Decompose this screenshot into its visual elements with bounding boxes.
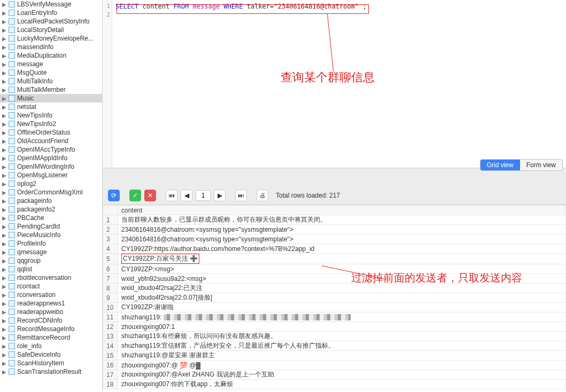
print-button[interactable]: 🖨 xyxy=(257,190,268,201)
sidebar-item-openmsglistener[interactable]: ▶OpenMsgListener xyxy=(0,171,102,179)
sidebar-item-loanentryinfo[interactable]: ▶LoanEntryInfo xyxy=(0,9,102,17)
content-cell[interactable]: zhouxingxing007:你的下载app，太麻烦 xyxy=(118,380,566,389)
content-cell[interactable]: zhouxingxing007:1 xyxy=(118,322,566,332)
row-number-cell: 18 xyxy=(103,380,118,389)
table-row[interactable]: 223406164816@chatroom:<sysmsg type="sysm… xyxy=(103,225,566,234)
chevron-right-icon: ▶ xyxy=(2,121,7,127)
last-page-button[interactable]: ⏭ xyxy=(235,190,247,201)
sidebar-item-multitalkinfo[interactable]: ▶MultiTalkInfo xyxy=(0,77,102,85)
table-row[interactable]: 4CY1992ZP:https://author.baidu.com/home?… xyxy=(103,244,566,254)
sidebar-item-oplog2[interactable]: ▶oplog2 xyxy=(0,179,102,188)
sidebar-item-oldaccountfriend[interactable]: ▶OldAccountFriend xyxy=(0,137,102,145)
next-page-button[interactable]: ▶ xyxy=(214,190,226,201)
content-cell[interactable]: shuzhang119:宜信财富，产品绝对安全，只是最近推广每个人有推广指标。 xyxy=(118,341,566,351)
content-cell[interactable]: 当前群聊人数较多，已显示群成员昵称，你可在聊天信息页中将其关闭。 xyxy=(118,215,566,225)
sidebar-item-packageinfo[interactable]: ▶packageinfo xyxy=(0,197,102,205)
content-cell[interactable]: CY1992ZP:谢谢啦 xyxy=(118,303,566,312)
sidebar-item-remittancerecord[interactable]: ▶RemittanceRecord xyxy=(0,333,102,342)
table-row[interactable]: 9wxid_xbudo4f2rsaj22:0.07[捂脸] xyxy=(103,293,566,303)
sidebar-item-massendinfo[interactable]: ▶massendinfo xyxy=(0,43,102,51)
sidebar-item-newtipsinfo2[interactable]: ▶NewTipsInfo2 xyxy=(0,120,102,128)
sidebar-item-rconversation[interactable]: ▶rconversation xyxy=(0,291,102,299)
first-page-button[interactable]: ⏮ xyxy=(166,190,177,201)
cancel-button[interactable]: ✕ xyxy=(144,190,156,201)
table-row[interactable]: 18zhouxingxing007:你的下载app，太麻烦 xyxy=(103,380,566,389)
table-row[interactable]: 14shuzhang119:宜信财富，产品绝对安全，只是最近推广每个人有推广指标… xyxy=(103,341,566,351)
table-row[interactable]: 1当前群聊人数较多，已显示群成员昵称，你可在聊天信息页中将其关闭。 xyxy=(103,215,566,225)
sidebar-item-piecemusicinfo[interactable]: ▶PieceMusicInfo xyxy=(0,231,102,239)
sidebar-item-scantranslationresult[interactable]: ▶ScanTranslationResult xyxy=(0,367,102,376)
sidebar-item-readerappnews1[interactable]: ▶readerappnews1 xyxy=(0,299,102,308)
sidebar-item-netstat[interactable]: ▶netstat xyxy=(0,103,102,111)
content-cell[interactable]: zhouxingxing007:@Axel ZHANG 我说的是上一个互助 xyxy=(118,370,566,380)
content-cell[interactable]: zhouxingxing007:@ 💯 @▓ xyxy=(118,360,566,370)
column-header-content[interactable]: content xyxy=(118,206,566,215)
chevron-right-icon: ▶ xyxy=(2,215,7,221)
sidebar-item-lbsverifymessage[interactable]: ▶LBSVerifyMessage xyxy=(0,0,102,9)
content-cell[interactable]: CY1992ZP:https://author.baidu.com/home?c… xyxy=(118,244,566,254)
tab-grid-view[interactable]: Grid view xyxy=(480,160,520,170)
sidebar-item-safedeviceinfo[interactable]: ▶SafeDeviceInfo xyxy=(0,350,102,359)
table-row[interactable]: 13shuzhang119:有些麻烦，所以问问有没有朋友感兴趣。 xyxy=(103,332,566,341)
page-number-input[interactable] xyxy=(196,190,211,201)
content-cell[interactable]: CY1992ZP:百家号关注 ➕ xyxy=(118,254,566,264)
table-row[interactable]: 323406164816@chatroom:<sysmsg type="sysm… xyxy=(103,234,566,244)
table-row[interactable]: 16zhouxingxing007:@ 💯 @▓ xyxy=(103,360,566,370)
chevron-right-icon: ▶ xyxy=(2,326,7,332)
sidebar-item-rcontact[interactable]: ▶rcontact xyxy=(0,282,102,291)
sidebar-item-profileinfo[interactable]: ▶ProfileInfo xyxy=(0,239,102,248)
sidebar-item-luckymoneyenvelopere...[interactable]: ▶LuckyMoneyEnvelopeRe... xyxy=(0,34,102,43)
sidebar-item-openimwordinginfo[interactable]: ▶OpenIMWordingInfo xyxy=(0,162,102,171)
sidebar-item-message[interactable]: ▶message xyxy=(0,60,102,68)
sidebar-item-role_info[interactable]: ▶role_info xyxy=(0,342,102,350)
main-area: 12 SELECT content FROM message WHERE tal… xyxy=(103,0,566,392)
table-row[interactable]: 17zhouxingxing007:@Axel ZHANG 我说的是上一个互助 xyxy=(103,370,566,380)
sql-token: SELECT xyxy=(115,3,138,10)
content-cell[interactable]: shuzhang119:@星安果 谢谢群主 xyxy=(118,351,566,360)
sidebar-item-qmessage[interactable]: ▶qmessage xyxy=(0,248,102,256)
table-row[interactable]: 11shuzhang119: xyxy=(103,312,566,322)
content-cell[interactable]: 23406164816@chatroom:<sysmsg type="sysms… xyxy=(118,234,566,244)
sidebar-item-openimappidinfo[interactable]: ▶OpenIMAppIdInfo xyxy=(0,154,102,162)
sidebar-item-packageinfo2[interactable]: ▶packageinfo2 xyxy=(0,205,102,214)
table-row[interactable]: 15shuzhang119:@星安果 谢谢群主 xyxy=(103,351,566,360)
sidebar-item-recordmessageinfo[interactable]: ▶RecordMessageInfo xyxy=(0,325,102,333)
sidebar-item-pendingcardid[interactable]: ▶PendingCardId xyxy=(0,222,102,231)
sidebar-item-rbottleconversation[interactable]: ▶rbottleconversation xyxy=(0,273,102,282)
sidebar-item-localredpacketstoryinfo[interactable]: ▶LocalRedPacketStoryInfo xyxy=(0,17,102,26)
prev-page-button[interactable]: ◀ xyxy=(181,190,192,201)
content-cell[interactable]: shuzhang119:有些麻烦，所以问问有没有朋友感兴趣。 xyxy=(118,332,566,341)
sidebar-item-ordercommonmsgxml[interactable]: ▶OrderCommonMsgXml xyxy=(0,188,102,197)
sidebar-item-qqlist[interactable]: ▶qqlist xyxy=(0,265,102,273)
sidebar-item-qqgroup[interactable]: ▶qqgroup xyxy=(0,256,102,265)
sidebar-item-label: SafeDeviceInfo xyxy=(17,351,60,358)
sidebar-item-offlineorderstatus[interactable]: ▶OfflineOrderStatus xyxy=(0,128,102,137)
content-cell[interactable]: shuzhang119: xyxy=(118,312,566,322)
table-row[interactable]: 10CY1992ZP:谢谢啦 xyxy=(103,303,566,312)
sidebar-item-music[interactable]: ▶Music xyxy=(0,94,102,103)
sidebar-item-scanhistoryitem[interactable]: ▶ScanHistoryItem xyxy=(0,359,102,367)
sidebar-item-newtipsinfo[interactable]: ▶NewTipsInfo xyxy=(0,111,102,120)
content-cell[interactable]: 23406164816@chatroom:<sysmsg type="sysms… xyxy=(118,225,566,234)
sidebar-item-multitalkmember[interactable]: ▶MultiTalkMember xyxy=(0,85,102,94)
table-row[interactable]: 5CY1992ZP:百家号关注 ➕ xyxy=(103,254,566,264)
table-icon xyxy=(9,309,15,315)
commit-button[interactable]: ✓ xyxy=(129,190,141,201)
tab-form-view[interactable]: Form view xyxy=(520,160,562,170)
sidebar-item-pbcache[interactable]: ▶PBCache xyxy=(0,214,102,222)
sidebar-table-list[interactable]: ▶LBSVerifyMessage▶LoanEntryInfo▶LocalRed… xyxy=(0,0,103,392)
sidebar-item-msgquote[interactable]: ▶MsgQuote xyxy=(0,68,102,77)
chevron-right-icon: ▶ xyxy=(2,130,7,136)
content-cell[interactable]: wxid_xbudo4f2rsaj22:0.07[捂脸] xyxy=(118,293,566,303)
sql-editor[interactable]: 12 SELECT content FROM message WHERE tal… xyxy=(103,0,566,168)
sidebar-item-recordcdninfo[interactable]: ▶RecordCDNInfo xyxy=(0,316,102,325)
total-rows-label: Total rows loaded: 217 xyxy=(276,192,340,199)
sidebar-item-label: Music xyxy=(17,95,34,102)
refresh-button[interactable]: ⟳ xyxy=(108,190,120,201)
table-row[interactable]: 12zhouxingxing007:1 xyxy=(103,322,566,332)
results-grid[interactable]: 过滤掉前面的发送者，只取发送内容 content 1当前群聊人数较多，已显示群成… xyxy=(103,205,566,392)
sidebar-item-openimacctypeinfo[interactable]: ▶OpenIMAccTypeInfo xyxy=(0,145,102,154)
sidebar-item-readerappweibo[interactable]: ▶readerappweibo xyxy=(0,308,102,316)
sidebar-item-mediaduplication[interactable]: ▶MediaDuplication xyxy=(0,51,102,60)
sidebar-item-localstorydetail[interactable]: ▶LocalStoryDetail xyxy=(0,26,102,34)
